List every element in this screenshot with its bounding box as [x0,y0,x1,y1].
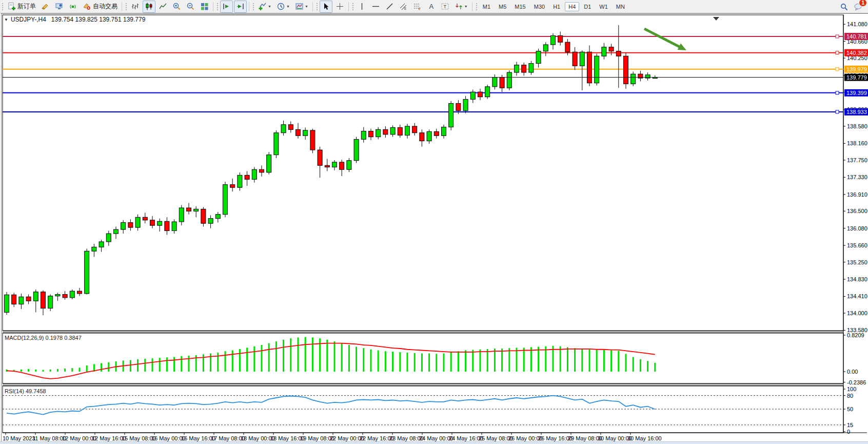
zoom-out-icon [186,2,195,11]
svg-text:140.781: 140.781 [846,33,867,40]
hline-handle[interactable] [836,51,839,54]
doc-plus-icon [7,2,16,11]
candlestick-button[interactable] [143,1,155,13]
crosshair-button[interactable] [333,1,346,13]
chart-ohlc-values: 139.754 139.825 139.751 139.779 [51,16,146,23]
chart-shift-button[interactable] [234,1,247,13]
hline-handle[interactable] [836,68,839,71]
text-button[interactable]: A [425,1,438,13]
svg-text:138.160: 138.160 [847,140,867,146]
svg-text:137.750: 137.750 [847,157,867,163]
bar-chart-button[interactable] [129,1,142,13]
svg-text:22 May 00:00: 22 May 00:00 [330,435,364,441]
timeframe-m15-button[interactable]: M15 [511,2,529,11]
svg-text:10 May 2023: 10 May 2023 [3,435,35,441]
zoom-in-icon [172,2,181,11]
svg-text:30 May 00:00: 30 May 00:00 [598,435,632,441]
timeframe-w1-button[interactable]: W1 [596,2,611,11]
svg-text:136.500: 136.500 [847,208,867,214]
autotrading-button-label: 自动交易 [93,2,117,11]
alerts-button[interactable] [39,1,52,13]
timeframe-mn-button[interactable]: MN [613,2,628,11]
zoom-in-button[interactable] [170,1,183,13]
fibo-icon: F [413,2,422,11]
svg-text:22 May 16:00: 22 May 16:00 [360,435,394,441]
chart-title: ▼ USDJPY-,H4 139.754 139.825 139.751 139… [4,16,145,23]
chart-symbol-period: USDJPY-,H4 [11,16,46,23]
autotrading-button[interactable]: 自动交易 [81,1,120,13]
chart-window[interactable]: ▼ USDJPY-,H4 139.754 139.825 139.751 139… [1,13,868,442]
svg-text:138.580: 138.580 [847,123,867,129]
search-button[interactable] [838,1,851,13]
svg-text:134.830: 134.830 [847,276,867,282]
svg-text:141.080: 141.080 [847,21,867,27]
svg-text:0.8209: 0.8209 [847,332,864,338]
hline-handle[interactable] [836,91,839,94]
timeframe-m30-button[interactable]: M30 [530,2,548,11]
price-axis[interactable]: 141.080140.660140.250139.830139.410138.9… [843,21,867,435]
autoscroll-icon [222,2,231,11]
market-depth-button[interactable] [53,1,66,13]
cursor-button[interactable] [320,1,332,13]
auto-trade-icon [83,2,91,11]
chevron-down-icon[interactable]: ▼ [268,5,271,8]
template-icon [295,2,304,11]
fibonacci-button[interactable]: F [411,1,424,13]
hline-handle[interactable] [836,35,839,38]
gold-alert-icon [41,2,50,11]
vertical-line-button[interactable] [356,1,368,13]
channel-button[interactable]: E [397,1,410,13]
templates-button[interactable]: ▼ [293,1,310,13]
candles-icon [145,2,153,11]
time-axis[interactable]: 10 May 202311 May 08:0012 May 00:0012 Ma… [3,433,867,441]
new-order-button[interactable]: 新订单 [5,1,38,13]
indicators-icon [258,2,267,11]
autoscroll-button[interactable] [220,1,233,13]
indicators-button[interactable]: ▼ [256,1,273,13]
svg-text:16 May 16:00: 16 May 16:00 [181,435,215,441]
timeframe-m1-button[interactable]: M1 [479,2,494,11]
text-a-icon: A [427,2,436,11]
svg-text:135.660: 135.660 [847,242,867,248]
hline-handle[interactable] [836,110,839,113]
timeframe-h1-button[interactable]: H1 [549,2,564,11]
trendline-button[interactable] [383,1,396,13]
notifications-button[interactable]: 1 [852,1,864,13]
toolbar-drag-handle [216,2,219,11]
svg-text:138.933: 138.933 [846,109,867,115]
toolbar-separator [348,2,349,11]
signals-button[interactable] [67,1,80,13]
text-label-button[interactable]: T [439,1,451,13]
toolbar-separator [312,2,313,11]
timeframe-d1-button[interactable]: D1 [580,2,595,11]
arrows-button[interactable]: ▼ [452,1,470,13]
timeframe-h4-button[interactable]: H4 [565,2,579,11]
svg-text:24 May 16:00: 24 May 16:00 [449,435,483,441]
price-line-labels: 140.781140.382139.979139.399138.933139.7… [844,33,868,115]
chevron-down-icon[interactable]: ▼ [464,5,468,8]
chevron-down-icon[interactable]: ▼ [305,5,308,8]
tile-windows-button[interactable] [198,1,211,13]
chart-menu-arrow-icon[interactable]: ▼ [4,17,8,22]
green-signal-icon [69,2,77,11]
timeframe-m5-button[interactable]: M5 [495,2,510,11]
horizontal-line-button[interactable] [369,1,382,13]
toolbar-drag-handle [315,2,318,11]
svg-text:136.080: 136.080 [847,225,867,231]
hline-icon [371,2,380,11]
toolbar-separator [213,2,213,11]
svg-text:29 May 08:00: 29 May 08:00 [568,435,602,441]
svg-text:24 May 00:00: 24 May 00:00 [419,435,453,441]
chevron-down-icon[interactable]: ▼ [286,5,290,8]
periods-button[interactable]: ▼ [274,1,292,13]
chart-canvas[interactable]: 141.080140.660140.250139.830139.410138.9… [2,14,868,441]
svg-text:30 May 16:00: 30 May 16:00 [627,435,662,441]
cursor-icon [322,2,330,11]
line-chart-button[interactable] [156,1,169,13]
svg-text:100: 100 [847,386,856,392]
crosshair-icon [336,2,344,11]
channel-icon: E [399,2,408,11]
toolbar-drag-handle [351,2,354,11]
svg-text:134.000: 134.000 [847,310,867,316]
zoom-out-button[interactable] [184,1,197,13]
